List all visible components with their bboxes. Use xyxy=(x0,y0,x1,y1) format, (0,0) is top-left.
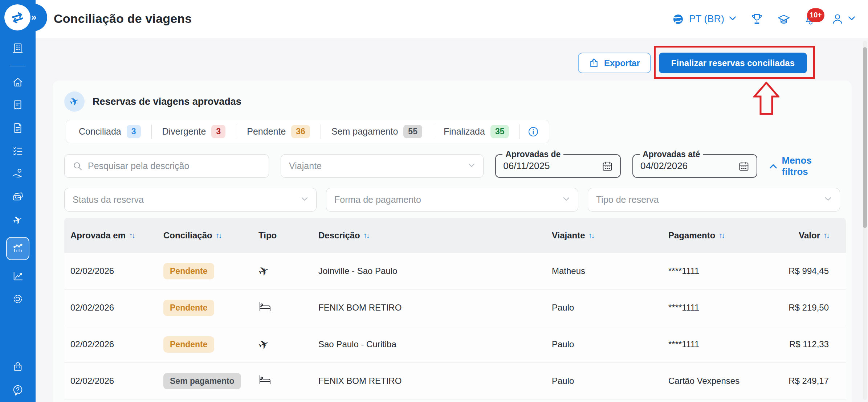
chevron-down-icon xyxy=(468,162,475,171)
sidebar-nav: ✈ xyxy=(0,43,36,306)
column-valor[interactable]: Valor↑↓ xyxy=(785,230,829,241)
less-filters-toggle[interactable]: Menos filtros xyxy=(769,155,840,177)
sort-icon[interactable]: ↑↓ xyxy=(216,231,221,240)
plane-icon: ✈ xyxy=(258,337,318,352)
sidebar-expand-button[interactable]: » xyxy=(31,12,36,22)
column-descricao[interactable]: Descrição↑↓ xyxy=(318,230,552,241)
less-filters-label: Menos filtros xyxy=(782,155,840,177)
sidebar-item-reports[interactable] xyxy=(6,123,29,135)
sidebar-item-cards[interactable] xyxy=(6,191,29,204)
traveler-select[interactable]: Viajante xyxy=(281,154,484,178)
notifications-button[interactable]: 10+ xyxy=(804,13,817,26)
sidebar-item-home[interactable] xyxy=(6,77,29,89)
plane-icon: ✈ xyxy=(68,95,81,108)
cell-approved-date: 02/02/2026 xyxy=(70,266,163,276)
tab-sem-pagamento[interactable]: Sem pagamento 55 xyxy=(321,124,433,139)
sort-icon[interactable]: ↑↓ xyxy=(823,231,829,240)
status-badge: Pendente xyxy=(163,336,214,353)
language-selector[interactable]: PT (BR) xyxy=(672,13,737,26)
sidebar-item-approvals[interactable] xyxy=(6,145,29,158)
approved-from-label: Aprovadas de xyxy=(502,149,563,159)
chevron-up-icon xyxy=(769,162,778,171)
filters-row-2: Status da reserva Forma de pagamento Tip… xyxy=(64,188,840,212)
line-chart-icon xyxy=(12,270,24,283)
user-icon xyxy=(831,13,844,26)
plane-icon: ✈ xyxy=(12,213,24,227)
tab-divergente[interactable]: Divergente 3 xyxy=(152,124,237,139)
sort-icon[interactable]: ↑↓ xyxy=(588,231,594,240)
filters-row-1: Viajante Aprovadas de 06/11/2025 Aprovad… xyxy=(64,154,840,178)
cell-value: R$ 219,50 xyxy=(785,303,829,313)
academy-button[interactable] xyxy=(777,13,790,26)
cell-status: Pendente xyxy=(163,300,258,316)
sidebar-item-analytics[interactable] xyxy=(6,271,29,283)
cell-description: Sao Paulo - Curitiba xyxy=(318,339,552,349)
table-row[interactable]: 02/02/2026 Pendente FENIX BOM RETIRO Pau… xyxy=(64,290,846,326)
sort-icon[interactable]: ↑↓ xyxy=(718,231,724,240)
trophy-button[interactable] xyxy=(750,13,763,26)
finalize-reconciled-reservations-button[interactable]: Finalizar reservas conciliadas xyxy=(659,53,807,73)
cell-description: FENIX BOM RETIRO xyxy=(318,303,552,313)
cell-approved-date: 02/02/2026 xyxy=(70,339,163,349)
checklist-icon xyxy=(12,145,24,158)
status-tabs-bar: Conciliada 3 Divergente 3 Pendente 36 Se… xyxy=(66,120,549,143)
page-title: Conciliação de viagens xyxy=(54,12,192,26)
cell-status: Pendente xyxy=(163,336,258,353)
reservation-status-select[interactable]: Status da reserva xyxy=(64,188,317,212)
home-icon xyxy=(12,77,24,90)
sidebar-divider xyxy=(10,66,26,66)
description-search xyxy=(64,154,269,178)
topbar: Conciliação de viagens PT (BR) 10+ xyxy=(36,0,868,38)
export-button[interactable]: Exportar xyxy=(578,53,651,73)
tab-count-badge: 55 xyxy=(403,125,422,138)
info-icon[interactable] xyxy=(520,126,547,137)
sidebar-item-reimbursements[interactable] xyxy=(6,168,29,181)
plane-circle-icon: ✈ xyxy=(64,91,85,112)
approved-from-value: 06/11/2025 xyxy=(503,160,550,172)
sidebar-item-settings[interactable] xyxy=(6,294,29,306)
calendar-icon xyxy=(602,161,613,172)
table-row[interactable]: 02/02/2026 Sem pagamento FENIX BOM RETIR… xyxy=(64,363,846,399)
reservation-type-select[interactable]: Tipo de reserva xyxy=(588,188,840,212)
stats-icon xyxy=(12,242,24,255)
cell-payment: ****1111 xyxy=(668,303,785,313)
table-row[interactable]: 02/02/2026 Pendente ✈ Sao Paulo - Curiti… xyxy=(64,326,846,363)
sidebar-item-receipts[interactable] xyxy=(6,100,29,112)
approved-until-date-field[interactable]: Aprovadas até 04/02/2026 xyxy=(632,154,757,178)
cell-description: FENIX BOM RETIRO xyxy=(318,376,552,386)
sidebar-item-store[interactable] xyxy=(6,361,29,374)
page-actions: Exportar Finalizar reservas conciliadas xyxy=(578,53,807,73)
cell-payment: ****1111 xyxy=(668,266,785,276)
vexpenses-logo[interactable]: ⇄ xyxy=(4,4,30,30)
approved-from-date-field[interactable]: Aprovadas de 06/11/2025 xyxy=(495,154,621,178)
cell-payment: Cartão Vexpenses xyxy=(668,376,785,386)
sidebar-item-travel[interactable]: ✈ xyxy=(6,214,29,226)
payment-method-placeholder: Forma de pagamento xyxy=(334,194,421,205)
description-search-input[interactable] xyxy=(88,161,261,171)
sidebar-item-help[interactable] xyxy=(6,385,29,397)
payment-method-select[interactable]: Forma de pagamento xyxy=(326,188,578,212)
card-header: ✈ Reservas de viagens aprovadas xyxy=(64,91,241,112)
cards-icon xyxy=(12,191,24,204)
column-pagamento[interactable]: Pagamento↑↓ xyxy=(668,230,785,241)
profile-menu[interactable] xyxy=(831,13,856,26)
tab-pendente[interactable]: Pendente 36 xyxy=(236,124,321,139)
sidebar-item-travel-reconciliation-active[interactable] xyxy=(6,237,29,260)
scrollbar-thumb[interactable] xyxy=(863,47,867,228)
building-icon xyxy=(12,42,24,56)
column-conciliacao[interactable]: Conciliação↑↓ xyxy=(163,230,258,241)
column-aprovada-em[interactable]: Aprovada em↑↓ xyxy=(70,230,163,241)
swap-arrows-icon: ⇄ xyxy=(10,9,25,26)
approved-until-value: 04/02/2026 xyxy=(640,160,688,172)
tab-conciliada[interactable]: Conciliada 3 xyxy=(68,124,152,139)
reservation-status-placeholder: Status da reserva xyxy=(73,194,144,205)
sort-icon[interactable]: ↑↓ xyxy=(363,231,369,240)
tab-finalizada[interactable]: Finalizada 35 xyxy=(433,124,520,139)
sort-icon[interactable]: ↑↓ xyxy=(129,231,134,240)
column-viajante[interactable]: Viajante↑↓ xyxy=(552,230,668,241)
table-row[interactable]: 02/02/2026 Pendente ✈ Joinville - Sao Pa… xyxy=(64,253,846,290)
approved-reservations-card: ✈ Reservas de viagens aprovadas Concilia… xyxy=(53,81,852,402)
chevron-down-icon xyxy=(848,15,856,24)
globe-icon xyxy=(672,13,685,26)
sidebar-item-company[interactable] xyxy=(6,43,29,55)
